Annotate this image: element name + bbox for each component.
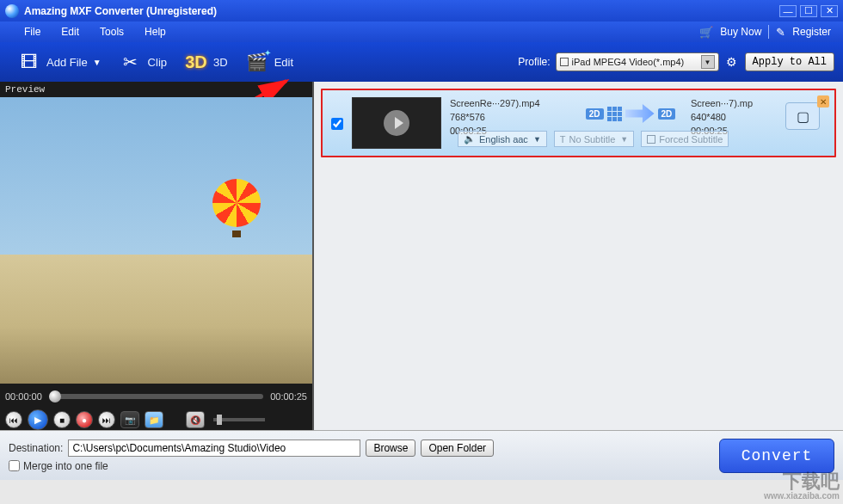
profile-value: iPad MPEG4 Video(*.mp4) — [572, 57, 685, 67]
window-controls: — ☐ ✕ — [779, 5, 838, 17]
mute-button[interactable]: 🔇 — [186, 411, 205, 428]
buy-now-link[interactable]: Buy Now — [720, 26, 761, 38]
play-button[interactable]: ▶ — [28, 409, 48, 430]
text-icon: T — [560, 134, 566, 144]
menu-separator — [768, 25, 769, 39]
time-total: 00:00:25 — [270, 391, 307, 402]
maximize-button[interactable]: ☐ — [800, 5, 817, 17]
destination-label: Destination: — [9, 442, 63, 454]
apply-to-all-button[interactable]: Apply to All — [745, 52, 834, 71]
stop-button[interactable]: ■ — [53, 411, 71, 428]
subtitle-label: No Subtitle — [569, 134, 616, 144]
timeline-slider[interactable] — [49, 394, 263, 399]
chevron-down-icon: ▼ — [620, 135, 628, 144]
dest-resolution: 640*480 — [691, 111, 777, 125]
close-button[interactable]: ✕ — [821, 5, 838, 17]
open-folder-button[interactable]: Open Folder — [421, 439, 494, 457]
balloon-graphic — [212, 179, 261, 237]
dst-2d-badge: 2D — [658, 108, 676, 120]
gear-icon[interactable]: ⚙ — [724, 54, 740, 70]
file-thumbnail[interactable] — [352, 97, 441, 149]
audio-track-label: English aac — [479, 134, 528, 144]
forced-subtitle-label: Forced Subtitle — [659, 134, 723, 144]
volume-slider[interactable] — [213, 418, 265, 421]
snapshot-button[interactable]: 📷 — [120, 411, 139, 428]
watermark-url: www.xiazaiba.com — [764, 492, 840, 501]
bottom-bar: Destination: Browse Open Folder Merge in… — [0, 430, 843, 480]
speaker-icon: 🔈 — [464, 133, 476, 144]
preview-pane: Preview 00:00:00 00:00:25 ⏮ ▶ ■ ● ⏭ 📷 📁 … — [0, 82, 314, 430]
clapper-icon — [245, 50, 269, 74]
file-list-pane: ScreenRe···297).mp4 768*576 00:00:25 2D … — [314, 82, 843, 430]
preview-title: Preview — [0, 82, 312, 97]
scissors-icon — [119, 50, 143, 74]
3d-button[interactable]: 3D 3D — [175, 45, 237, 79]
profile-select[interactable]: iPad MPEG4 Video(*.mp4) ▼ — [556, 52, 719, 71]
device-icon — [560, 58, 569, 66]
edit-button[interactable]: Edit — [237, 45, 302, 79]
cart-icon: 🛒 — [699, 26, 713, 39]
menu-file[interactable]: File — [24, 26, 40, 38]
merge-row[interactable]: Merge into one file — [9, 460, 494, 472]
grid-icon — [607, 107, 622, 121]
edit-label: Edit — [274, 56, 293, 69]
menu-bar: File Edit Tools Help 🛒 Buy Now ✎ Registe… — [0, 22, 843, 42]
app-icon — [5, 4, 19, 18]
play-icon — [395, 117, 403, 129]
subtitle-row: 🔈 English aac ▼ T No Subtitle ▼ Forced S… — [458, 131, 729, 147]
menu-edit[interactable]: Edit — [61, 26, 79, 38]
time-current: 00:00:00 — [5, 391, 42, 402]
toolbar: Add File ▼ Clip 3D 3D Edit Profile: iPad… — [0, 42, 843, 82]
add-file-label: Add File — [46, 56, 88, 69]
minimize-button[interactable]: — — [779, 5, 797, 17]
destination-input[interactable] — [68, 439, 360, 457]
menu-help[interactable]: Help — [145, 26, 166, 38]
clip-label: Clip — [148, 56, 167, 69]
checkbox-icon — [647, 135, 655, 144]
chevron-down-icon[interactable]: ▼ — [701, 55, 715, 69]
subtitle-select[interactable]: T No Subtitle ▼ — [554, 131, 634, 147]
3d-icon: 3D — [184, 50, 208, 74]
dest-filename: Screen···7).mp — [691, 97, 777, 111]
remove-item-button[interactable]: ✕ — [817, 95, 829, 108]
window-title: Amazing MXF Converter (Unregistered) — [24, 5, 217, 17]
film-icon — [17, 50, 41, 74]
file-item-checkbox[interactable] — [331, 118, 343, 130]
chevron-down-icon: ▼ — [93, 58, 102, 67]
merge-checkbox[interactable] — [9, 460, 20, 471]
merge-label: Merge into one file — [23, 460, 108, 472]
3d-label: 3D — [213, 56, 228, 69]
forced-subtitle-toggle[interactable]: Forced Subtitle — [641, 131, 729, 147]
title-bar: Amazing MXF Converter (Unregistered) — ☐… — [0, 0, 843, 22]
profile-label: Profile: — [518, 56, 550, 68]
prev-button[interactable]: ⏮ — [5, 411, 22, 428]
clip-button[interactable]: Clip — [110, 45, 175, 79]
audio-track-select[interactable]: 🔈 English aac ▼ — [458, 131, 547, 147]
snapshot-folder-button[interactable]: 📁 — [145, 411, 163, 428]
next-button[interactable]: ⏭ — [98, 411, 115, 428]
source-resolution: 768*576 — [450, 111, 570, 125]
src-2d-badge: 2D — [586, 108, 604, 120]
add-file-button[interactable]: Add File ▼ — [9, 45, 110, 79]
main-area: Preview 00:00:00 00:00:25 ⏮ ▶ ■ ● ⏭ 📷 📁 … — [0, 82, 843, 430]
conversion-arrow: 2D 2D — [579, 104, 682, 123]
browse-button[interactable]: Browse — [366, 439, 415, 457]
convert-button[interactable]: Convert — [719, 439, 834, 473]
file-item: ScreenRe···297).mp4 768*576 00:00:25 2D … — [321, 89, 836, 157]
menu-tools[interactable]: Tools — [100, 26, 124, 38]
arrow-icon — [625, 104, 655, 123]
preview-controls: 00:00:00 00:00:25 ⏮ ▶ ■ ● ⏭ 📷 📁 🔇 — [0, 384, 312, 430]
source-filename: ScreenRe···297).mp4 — [450, 97, 570, 111]
tablet-icon[interactable]: ▢ — [785, 102, 820, 130]
preview-video[interactable] — [0, 97, 312, 384]
chevron-down-icon: ▼ — [533, 135, 541, 144]
record-button[interactable]: ● — [76, 411, 93, 428]
register-link[interactable]: Register — [792, 26, 831, 38]
pencil-icon: ✎ — [776, 26, 785, 39]
